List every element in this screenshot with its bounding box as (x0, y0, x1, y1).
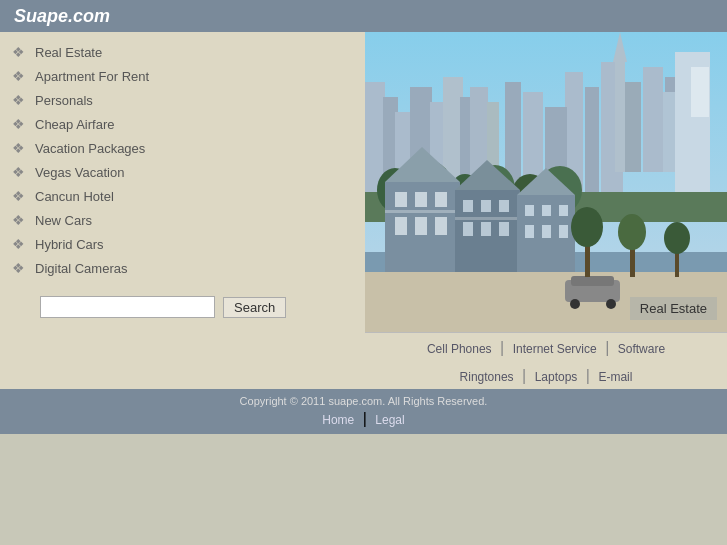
sidebar-item-vacation-packages[interactable]: ❖ Vacation Packages (0, 136, 365, 160)
city-skyline-svg (365, 32, 727, 332)
svg-rect-11 (691, 67, 709, 117)
copyright-text: Copyright © 2011 suape.com. All Rights R… (6, 395, 721, 407)
svg-point-67 (664, 222, 690, 254)
svg-rect-42 (463, 200, 473, 212)
nav-link-vacation-packages[interactable]: Vacation Packages (35, 141, 145, 156)
bullet-icon: ❖ (12, 260, 25, 276)
nav-link-personals[interactable]: Personals (35, 93, 93, 108)
bullet-icon: ❖ (12, 236, 25, 252)
sidebar-item-apartment-for-rent[interactable]: ❖ Apartment For Rent (0, 64, 365, 88)
bullet-icon: ❖ (12, 116, 25, 132)
svg-point-60 (570, 299, 580, 309)
nav-link-new-cars[interactable]: New Cars (35, 213, 92, 228)
svg-rect-5 (615, 62, 625, 172)
sidebar-item-hybrid-cars[interactable]: ❖ Hybrid Cars (0, 232, 365, 256)
svg-rect-52 (542, 205, 551, 216)
svg-rect-7 (643, 67, 663, 172)
sidebar-item-vegas-vacation[interactable]: ❖ Vegas Vacation (0, 160, 365, 184)
link-email[interactable]: E-mail (598, 370, 632, 384)
sidebar-item-cheap-airfare[interactable]: ❖ Cheap Airfare (0, 112, 365, 136)
sidebar-item-new-cars[interactable]: ❖ New Cars (0, 208, 365, 232)
bullet-icon: ❖ (12, 164, 25, 180)
svg-rect-35 (435, 192, 447, 207)
svg-point-63 (571, 207, 603, 247)
nav-link-vegas-vacation[interactable]: Vegas Vacation (35, 165, 124, 180)
footer-link-legal[interactable]: Legal (375, 413, 404, 427)
svg-rect-43 (481, 200, 491, 212)
link-cell-phones[interactable]: Cell Phones (427, 342, 492, 356)
bullet-icon: ❖ (12, 212, 25, 228)
main-container: ❖ Real Estate ❖ Apartment For Rent ❖ Per… (0, 32, 727, 389)
svg-rect-34 (415, 192, 427, 207)
right-content: Real Estate Cell Phones | Internet Servi… (365, 32, 727, 389)
svg-rect-44 (499, 200, 509, 212)
svg-rect-47 (499, 222, 509, 236)
footer: Copyright © 2011 suape.com. All Rights R… (0, 389, 727, 434)
svg-rect-45 (463, 222, 473, 236)
link-internet-service[interactable]: Internet Service (513, 342, 597, 356)
svg-rect-54 (525, 225, 534, 238)
links-bar-1: Cell Phones | Internet Service | Softwar… (365, 332, 727, 363)
svg-rect-46 (481, 222, 491, 236)
nav-link-cheap-airfare[interactable]: Cheap Airfare (35, 117, 115, 132)
bullet-icon: ❖ (12, 188, 25, 204)
svg-rect-39 (385, 210, 460, 213)
svg-rect-37 (415, 217, 427, 235)
svg-rect-33 (395, 192, 407, 207)
bullet-icon: ❖ (12, 92, 25, 108)
svg-rect-48 (455, 217, 520, 220)
search-area: Search (0, 280, 365, 334)
search-input[interactable] (40, 296, 215, 318)
svg-rect-2 (585, 87, 599, 192)
svg-rect-53 (559, 205, 568, 216)
svg-rect-38 (435, 217, 447, 235)
sidebar-item-real-estate[interactable]: ❖ Real Estate (0, 40, 365, 64)
svg-point-61 (606, 299, 616, 309)
sidebar-item-cancun-hotel[interactable]: ❖ Cancun Hotel (0, 184, 365, 208)
separator-2: | (605, 339, 614, 356)
search-button[interactable]: Search (223, 297, 286, 318)
svg-rect-10 (663, 92, 675, 172)
bullet-icon: ❖ (12, 68, 25, 84)
footer-links: Home | Legal (6, 410, 721, 428)
bottom-area (0, 434, 727, 545)
separator-1: | (500, 339, 509, 356)
nav-link-digital-cameras[interactable]: Digital Cameras (35, 261, 127, 276)
footer-separator: | (363, 410, 372, 427)
link-laptops[interactable]: Laptops (535, 370, 578, 384)
nav-link-apartment-for-rent[interactable]: Apartment For Rent (35, 69, 149, 84)
sidebar-item-digital-cameras[interactable]: ❖ Digital Cameras (0, 256, 365, 280)
footer-link-home[interactable]: Home (322, 413, 354, 427)
sidebar-item-personals[interactable]: ❖ Personals (0, 88, 365, 112)
separator-3: | (522, 367, 531, 384)
nav-link-cancun-hotel[interactable]: Cancun Hotel (35, 189, 114, 204)
svg-rect-56 (559, 225, 568, 238)
nav-link-hybrid-cars[interactable]: Hybrid Cars (35, 237, 104, 252)
svg-rect-51 (525, 205, 534, 216)
real-estate-overlay-button[interactable]: Real Estate (630, 297, 717, 320)
link-ringtones[interactable]: Ringtones (460, 370, 514, 384)
svg-point-65 (618, 214, 646, 250)
svg-rect-59 (571, 276, 614, 286)
bullet-icon: ❖ (12, 44, 25, 60)
svg-rect-36 (395, 217, 407, 235)
links-bar-2: Ringtones | Laptops | E-mail (365, 363, 727, 389)
svg-rect-55 (542, 225, 551, 238)
nav-link-real-estate[interactable]: Real Estate (35, 45, 102, 60)
sidebar: ❖ Real Estate ❖ Apartment For Rent ❖ Per… (0, 32, 365, 389)
hero-image: Real Estate (365, 32, 727, 332)
site-header: Suape.com (0, 0, 727, 32)
site-title: Suape.com (14, 6, 110, 27)
separator-4: | (586, 367, 595, 384)
svg-rect-6 (625, 82, 641, 172)
bullet-icon: ❖ (12, 140, 25, 156)
link-software[interactable]: Software (618, 342, 665, 356)
